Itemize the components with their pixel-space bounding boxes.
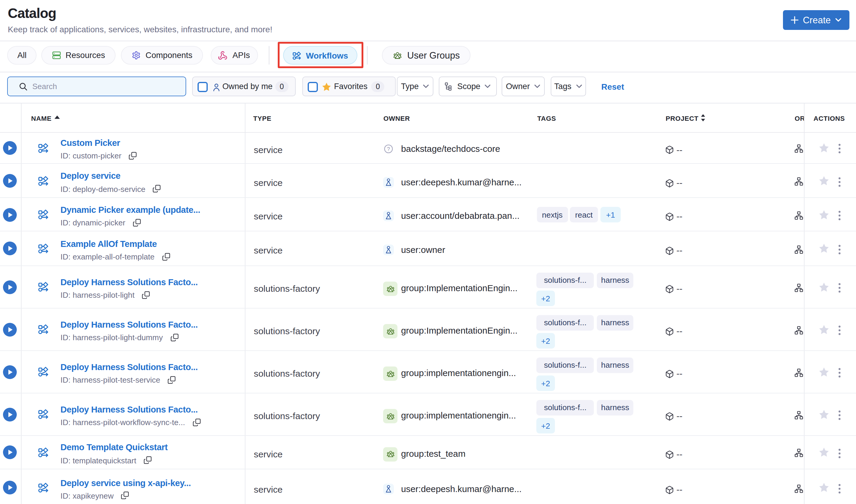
svg-text:?: ? (387, 146, 390, 152)
